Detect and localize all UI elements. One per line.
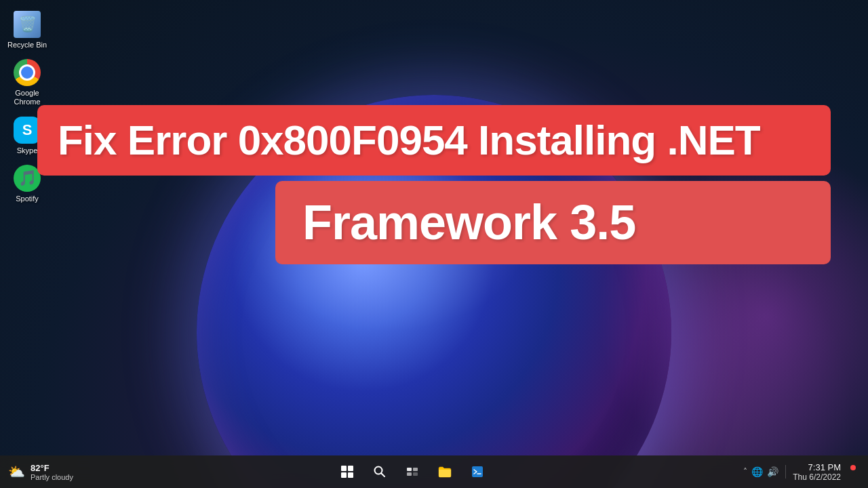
- weather-text: 82°F Partly cloudy: [31, 463, 73, 481]
- terminal-button[interactable]: [462, 457, 492, 487]
- network-icon[interactable]: 🌐: [751, 466, 763, 477]
- clock[interactable]: 7:31 PM Thu 6/2/2022: [793, 462, 841, 482]
- desktop: 🗑️ Recycle Bin Google Chrome S Skype 🎵 S…: [0, 0, 868, 488]
- chrome-label: Google Chrome: [3, 89, 52, 106]
- taskbar-center: [88, 457, 736, 487]
- svg-rect-3: [413, 468, 418, 471]
- terminal-icon: [471, 466, 484, 478]
- recycle-bin-image: 🗑️: [14, 11, 41, 38]
- spotify-graphic: 🎵: [14, 165, 41, 192]
- recycle-bin-label: Recycle Bin: [7, 41, 47, 49]
- weather-icon: ⛅: [8, 464, 25, 480]
- skype-graphic: S: [14, 117, 41, 144]
- svg-rect-2: [407, 468, 412, 471]
- volume-icon[interactable]: 🔊: [767, 466, 778, 477]
- recycle-bin-icon[interactable]: 🗑️ Recycle Bin: [0, 7, 54, 54]
- svg-rect-6: [472, 466, 483, 477]
- banner-bottom: Framework 3.5: [275, 181, 831, 264]
- notification-badge: [850, 465, 856, 470]
- chrome-graphic: [14, 59, 41, 86]
- spotify-label: Spotify: [16, 195, 39, 203]
- file-explorer-button[interactable]: [430, 457, 460, 487]
- start-button[interactable]: [332, 457, 362, 487]
- banner-top: Fix Error 0x800F0954 Installing .NET: [37, 105, 831, 176]
- file-explorer-icon: [438, 466, 452, 478]
- google-chrome-icon[interactable]: Google Chrome: [0, 55, 54, 110]
- system-tray: ˄ 🌐 🔊 7:31 PM Thu 6/2/2022: [736, 462, 868, 482]
- svg-line-1: [382, 474, 385, 477]
- banner-top-text: Fix Error 0x800F0954 Installing .NET: [58, 117, 810, 163]
- banner-container: Fix Error 0x800F0954 Installing .NET Fra…: [37, 105, 831, 264]
- taskbar: ⛅ 82°F Partly cloudy: [0, 455, 868, 488]
- tray-icons: 🌐 🔊: [751, 466, 778, 477]
- task-view-button[interactable]: [397, 457, 427, 487]
- search-icon: [374, 466, 386, 478]
- tray-separator: [785, 465, 786, 479]
- task-view-icon: [406, 466, 418, 478]
- svg-rect-5: [413, 472, 418, 476]
- skype-image: S: [14, 117, 41, 144]
- windows-logo-icon: [341, 466, 353, 478]
- svg-rect-4: [407, 472, 412, 476]
- tray-expand-button[interactable]: ˄: [743, 467, 747, 476]
- recycle-bin-graphic: 🗑️: [14, 11, 41, 38]
- weather-temp: 82°F: [31, 463, 73, 473]
- banner-bottom-text: Framework 3.5: [302, 196, 804, 249]
- spotify-image: 🎵: [14, 165, 41, 192]
- skype-label: Skype: [17, 146, 38, 155]
- weather-desc: Partly cloudy: [31, 473, 73, 481]
- search-button[interactable]: [365, 457, 395, 487]
- chrome-image: [14, 59, 41, 86]
- notification-area[interactable]: [845, 466, 861, 477]
- clock-date: Thu 6/2/2022: [793, 472, 841, 482]
- clock-time: 7:31 PM: [793, 462, 841, 472]
- weather-widget[interactable]: ⛅ 82°F Partly cloudy: [0, 463, 88, 481]
